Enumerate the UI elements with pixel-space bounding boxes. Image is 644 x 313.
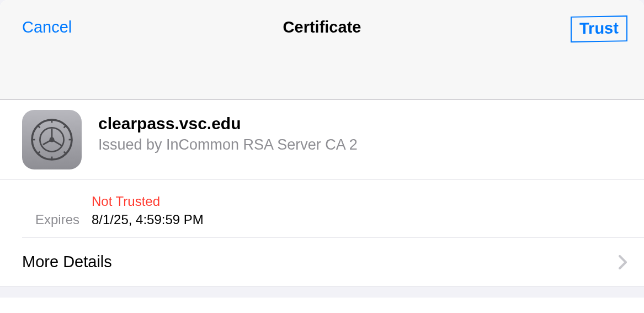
- svg-line-12: [52, 140, 62, 146]
- certificate-settings-icon: [22, 110, 82, 169]
- chevron-right-icon: [619, 255, 627, 269]
- expires-value: 8/1/25, 4:59:59 PM: [92, 212, 204, 227]
- certificate-status-block: Not Trusted Expires 8/1/25, 4:59:59 PM: [22, 180, 644, 238]
- certificate-text-block: clearpass.vsc.edu Issued by InCommon RSA…: [98, 110, 644, 153]
- page-title: Certificate: [283, 18, 361, 36]
- trust-status-row: Not Trusted: [22, 180, 644, 209]
- svg-line-5: [38, 126, 40, 128]
- expires-row: Expires 8/1/25, 4:59:59 PM: [22, 209, 644, 237]
- certificate-issuer: Issued by InCommon RSA Server CA 2: [98, 136, 644, 153]
- bottom-strip: [0, 287, 644, 298]
- trust-button[interactable]: Trust: [571, 15, 627, 43]
- trust-status-value: Not Trusted: [92, 194, 160, 209]
- more-details-label: More Details: [22, 253, 112, 271]
- certificate-trust-sheet: Cancel Certificate Trust: [0, 0, 644, 313]
- navigation-bar: Cancel Certificate Trust: [0, 0, 644, 100]
- svg-line-7: [38, 152, 40, 154]
- more-details-row[interactable]: More Details: [0, 238, 644, 287]
- svg-line-8: [64, 126, 66, 128]
- certificate-summary-row: clearpass.vsc.edu Issued by InCommon RSA…: [0, 100, 644, 180]
- cancel-button[interactable]: Cancel: [22, 18, 72, 36]
- svg-line-13: [43, 140, 52, 145]
- expires-label: Expires: [22, 212, 92, 227]
- svg-line-6: [64, 152, 66, 154]
- certificate-common-name: clearpass.vsc.edu: [98, 114, 644, 133]
- content-area: clearpass.vsc.edu Issued by InCommon RSA…: [0, 100, 644, 298]
